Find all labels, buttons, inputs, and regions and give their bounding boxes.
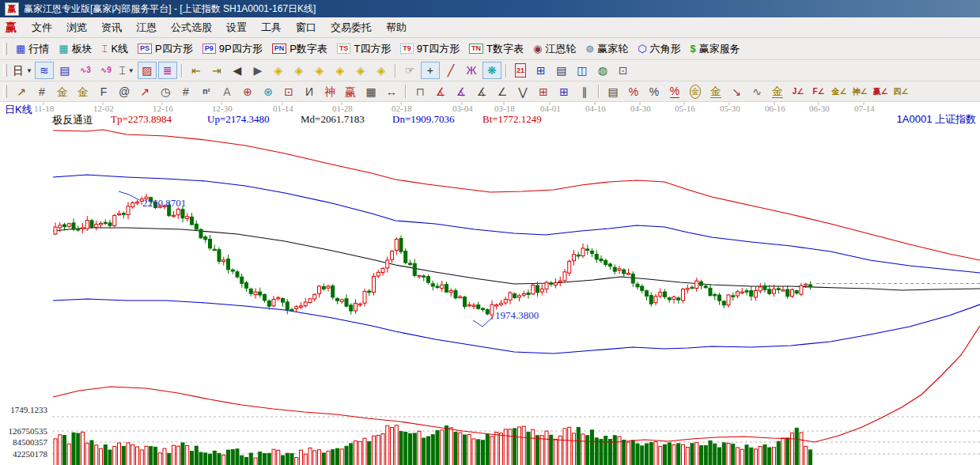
gold-underline-button[interactable]: 金: [768, 83, 787, 100]
toolbar-button-hexagon[interactable]: ⬡六角形: [633, 40, 685, 58]
n-square-tool-button[interactable]: n²: [197, 83, 216, 100]
k-mark-tool-button[interactable]: И: [300, 83, 319, 100]
menu-item-settings[interactable]: 设置: [219, 18, 254, 37]
zoom-out-horizontal-button[interactable]: ◈: [310, 62, 329, 79]
menu-item-formula-pick[interactable]: 公式选股: [164, 18, 219, 37]
ruler-grid-button[interactable]: ▦: [361, 83, 380, 100]
chart-canvas[interactable]: 2260.87011974.3800: [0, 102, 980, 465]
zoom-in-horizontal-button[interactable]: ◈: [331, 62, 350, 79]
period-daily-dropdown-button[interactable]: 日▼: [12, 62, 33, 79]
percent-tool-button[interactable]: %: [645, 83, 664, 100]
shen-fence-button[interactable]: 神: [320, 83, 339, 100]
f-angle-button[interactable]: F∠: [809, 83, 828, 100]
f-fence-button[interactable]: F: [94, 83, 113, 100]
chart-area[interactable]: 2260.87011974.3800 日K线 11-1812-0212-1612…: [0, 102, 980, 465]
volume-histogram-toggle-button[interactable]: ≣: [158, 62, 177, 79]
toolbar-button-winner-wheel[interactable]: ⊚赢家轮: [581, 40, 633, 58]
menu-item-gann[interactable]: 江恩: [129, 18, 164, 37]
compress-bars-button[interactable]: ◈: [351, 62, 370, 79]
wave-abc-tool-button[interactable]: ∿: [747, 83, 766, 100]
spiral-tool-button[interactable]: @: [115, 83, 134, 100]
red-fan-lines-button[interactable]: ∡: [431, 83, 450, 100]
gold-circle-button[interactable]: 金: [686, 83, 705, 100]
brush-tool-button[interactable]: ↘: [727, 83, 746, 100]
toolbar-button-winner-service[interactable]: $赢家服务: [686, 40, 745, 58]
parallel-lines-button[interactable]: ∥: [575, 83, 594, 100]
compressed-kline-toggle-button[interactable]: ≋: [35, 62, 54, 79]
notepad-button[interactable]: ▤: [552, 62, 571, 79]
percent-wave-button[interactable]: %: [624, 83, 643, 100]
gold-angle-button[interactable]: 金∠: [830, 83, 849, 100]
page-next-button[interactable]: ▶: [248, 62, 267, 79]
toolbar-button-p-number-table[interactable]: PNP数字表: [267, 40, 332, 58]
zigzag-wave-button[interactable]: ⋁: [513, 83, 532, 100]
gann-shape-tool-button[interactable]: Ж: [462, 62, 481, 79]
menu-item-trade-entrust[interactable]: 交易委托: [324, 18, 379, 37]
toolbar-button-9p-square[interactable]: P99P四方形: [198, 40, 267, 58]
menu-item-help[interactable]: 帮助: [379, 18, 414, 37]
shen-angle-button[interactable]: 神∠: [850, 83, 869, 100]
boxed-grid-tool-button[interactable]: ⊡: [279, 83, 298, 100]
si-angle-button[interactable]: 四∠: [891, 83, 910, 100]
printer-button[interactable]: ⊡: [614, 62, 633, 79]
menu-item-tools[interactable]: 工具: [254, 18, 289, 37]
pan-right-diamond-button[interactable]: ◈: [289, 62, 308, 79]
title-bar[interactable]: 赢 赢家江恩专业版[赢家内部服务平台] - [上证指数 SH1A0001-167…: [0, 0, 980, 17]
menu-item-browse[interactable]: 浏览: [59, 18, 94, 37]
jump-first-button[interactable]: ⇤: [187, 62, 206, 79]
angle-lines-button[interactable]: ∠: [493, 83, 512, 100]
nine-part-chart-button[interactable]: ∿9: [96, 62, 115, 79]
red-marker-tool-button[interactable]: ↗: [135, 83, 154, 100]
dark-fan-box-button[interactable]: ∡: [472, 83, 491, 100]
pan-left-diamond-button[interactable]: ◈: [269, 62, 288, 79]
j-angle-button[interactable]: J∠: [789, 83, 808, 100]
calendar-21-button[interactable]: 21: [511, 62, 530, 79]
gann-grid-red-button[interactable]: ⊞: [534, 83, 553, 100]
purple-fan-box-button[interactable]: ∡: [452, 83, 471, 100]
ying-box-button[interactable]: 赢: [341, 83, 360, 100]
gold-level-line-button[interactable]: 金: [706, 83, 725, 100]
candle-style-dropdown-button[interactable]: ⌶▼: [117, 62, 136, 79]
info-panel-toggle-button[interactable]: ▤: [55, 62, 74, 79]
region-overlay-toggle-button[interactable]: ▨: [138, 62, 157, 79]
gann-circle-cross-button[interactable]: ⊕: [238, 83, 257, 100]
toolbar-button-9t-square[interactable]: T99T四方形: [395, 40, 464, 58]
toolbar-button-kline[interactable]: ⌶K线: [97, 40, 133, 58]
volume-bar: [336, 448, 339, 465]
toolbar-button-gann-wheel[interactable]: ◉江恩轮: [528, 40, 581, 58]
text-angle-tool-button[interactable]: A: [218, 83, 236, 100]
menu-item-file[interactable]: 文件: [25, 18, 59, 37]
three-part-chart-button[interactable]: ∿3: [76, 62, 95, 79]
gold-fence-a-button[interactable]: 金: [53, 83, 72, 100]
toolbar-button-sectors[interactable]: ▦板块: [54, 40, 96, 58]
page-prev-button[interactable]: ◀: [228, 62, 247, 79]
tick-fence-button[interactable]: #: [176, 83, 195, 100]
toolbar-button-quotes[interactable]: ▦行情: [11, 40, 54, 58]
box-measure-button[interactable]: ⊓: [411, 83, 429, 100]
width-measure-button[interactable]: ↔: [382, 83, 401, 100]
gold-fence-b-button[interactable]: 金: [74, 83, 93, 100]
hand-tool-button[interactable]: ☞: [400, 62, 419, 79]
save-disk-button[interactable]: ◫: [573, 62, 592, 79]
trendline-tool-button[interactable]: ╱: [441, 62, 460, 79]
web-data-button[interactable]: ◍: [593, 62, 612, 79]
gann-grid-arrow-button[interactable]: ⊞: [554, 83, 573, 100]
percent-list-button[interactable]: ▤: [604, 83, 622, 100]
volume-bar: [81, 432, 85, 465]
menu-item-news[interactable]: 资讯: [94, 18, 129, 37]
toolbar-button-p-square[interactable]: PSP四方形: [133, 40, 198, 58]
ying-angle-button[interactable]: 赢∠: [871, 83, 890, 100]
expand-bars-button[interactable]: ◈: [372, 62, 391, 79]
time-cycle-clock-button[interactable]: ◷: [156, 83, 175, 100]
calculator-button[interactable]: ⊞: [532, 62, 551, 79]
jump-last-button[interactable]: ⇥: [207, 62, 226, 79]
pattern-map-tool-button[interactable]: ❋: [482, 62, 501, 79]
gann-fence-button[interactable]: #: [32, 83, 51, 100]
toolbar-button-t-number-table[interactable]: TNT数字表: [464, 40, 528, 58]
crosshair-tool-button[interactable]: +: [421, 62, 440, 79]
toolbar-button-t-square[interactable]: TST四方形: [332, 40, 395, 58]
compass-draw-tool-button[interactable]: ↗: [12, 83, 31, 100]
menu-item-window[interactable]: 窗口: [289, 18, 324, 37]
percent-line-button[interactable]: %: [665, 83, 684, 100]
star-grid-tool-button[interactable]: ⊛: [259, 83, 278, 100]
